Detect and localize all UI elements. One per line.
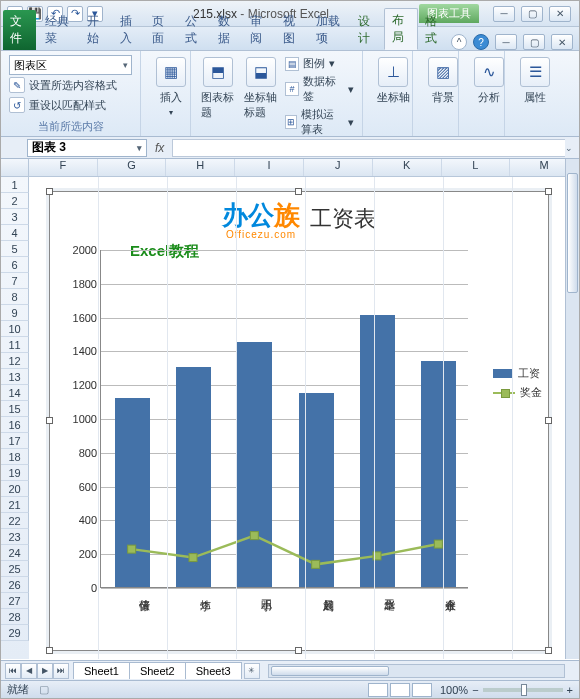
restore-button[interactable]: ▢ [521,6,543,22]
chart-element-selector[interactable]: 图表区 [9,55,132,75]
row-header[interactable]: 17 [1,433,29,449]
row-header[interactable]: 22 [1,513,29,529]
tab-file[interactable]: 文件 [3,10,36,50]
col-header[interactable]: J [304,159,373,176]
reset-style-button[interactable]: ↺重设以匹配样式 [9,95,132,115]
format-selection-button[interactable]: ✎设置所选内容格式 [9,75,132,95]
resize-handle[interactable] [295,188,302,195]
legend-button[interactable]: ▤图例 ▾ [285,55,354,72]
fx-icon[interactable]: fx [155,141,164,155]
tab-insert[interactable]: 插入 [113,10,146,50]
sheet-tab[interactable]: Sheet2 [129,662,186,679]
macro-record-icon[interactable]: ▢ [39,683,49,696]
resize-handle[interactable] [545,417,552,424]
select-all-corner[interactable] [1,159,29,176]
line-series[interactable] [101,250,469,588]
data-table-button[interactable]: ⊞模拟运算表 ▾ [285,106,354,138]
tab-design[interactable]: 设计 [351,10,384,50]
page-break-view-button[interactable] [412,683,432,697]
minimize-button[interactable]: ─ [493,6,515,22]
row-header[interactable]: 3 [1,209,29,225]
sheet-nav-last[interactable]: ⏭ [53,663,69,679]
row-header[interactable]: 7 [1,273,29,289]
tab-classic[interactable]: 经典菜 [38,10,80,50]
row-header[interactable]: 14 [1,385,29,401]
col-header[interactable]: L [442,159,511,176]
row-header[interactable]: 9 [1,305,29,321]
col-header[interactable]: G [98,159,167,176]
horizontal-scrollbar[interactable] [268,664,565,678]
row-header[interactable]: 5 [1,241,29,257]
row-header[interactable]: 20 [1,481,29,497]
row-header[interactable]: 28 [1,609,29,625]
resize-handle[interactable] [545,188,552,195]
zoom-in-button[interactable]: + [567,684,573,696]
row-header[interactable]: 18 [1,449,29,465]
row-header[interactable]: 19 [1,465,29,481]
chart-legend[interactable]: 工资 奖金 [493,362,542,404]
row-header[interactable]: 8 [1,289,29,305]
row-header[interactable]: 24 [1,545,29,561]
new-sheet-button[interactable]: ✳ [244,663,260,679]
row-header[interactable]: 15 [1,401,29,417]
close-button[interactable]: ✕ [549,6,571,22]
tab-addins[interactable]: 加载项 [309,10,351,50]
scroll-thumb[interactable] [567,173,578,293]
plot-area[interactable]: 0200400600800100012001400160018002000张倩倩… [100,250,468,588]
row-header[interactable]: 2 [1,193,29,209]
tab-home[interactable]: 开始 [80,10,113,50]
row-header[interactable]: 25 [1,561,29,577]
row-header[interactable]: 26 [1,577,29,593]
tab-view[interactable]: 视图 [276,10,309,50]
row-header[interactable]: 1 [1,177,29,193]
tab-formulas[interactable]: 公式 [178,10,211,50]
row-header[interactable]: 23 [1,529,29,545]
row-header[interactable]: 16 [1,417,29,433]
row-header[interactable]: 29 [1,625,29,641]
data-labels-button[interactable]: #数据标签 ▾ [285,73,354,105]
sheet-tab[interactable]: Sheet3 [185,662,242,679]
name-box[interactable]: 图表 3▾ [27,139,147,157]
resize-handle[interactable] [295,647,302,654]
minimize-ribbon-icon[interactable]: ^ [451,34,467,50]
sheet-nav-first[interactable]: ⏮ [5,663,21,679]
sheet-tab[interactable]: Sheet1 [73,662,130,679]
workbook-restore[interactable]: ▢ [523,34,545,50]
workbook-minimize[interactable]: ─ [495,34,517,50]
scroll-thumb[interactable] [271,666,389,676]
chart-title[interactable]: 工资表 [310,204,376,234]
resize-handle[interactable] [46,417,53,424]
row-header[interactable]: 11 [1,337,29,353]
workbook-close[interactable]: ✕ [551,34,573,50]
zoom-slider[interactable] [483,688,563,692]
tab-review[interactable]: 审阅 [243,10,276,50]
sheet-nav-next[interactable]: ▶ [37,663,53,679]
zoom-out-button[interactable]: − [472,684,478,696]
resize-handle[interactable] [46,188,53,195]
resize-handle[interactable] [46,647,53,654]
properties-button[interactable]: ☰属性 [513,55,557,107]
row-header[interactable]: 6 [1,257,29,273]
row-header[interactable]: 10 [1,321,29,337]
row-header[interactable]: 21 [1,497,29,513]
tab-pagelayout[interactable]: 页面 [145,10,178,50]
resize-handle[interactable] [545,647,552,654]
row-header[interactable]: 4 [1,225,29,241]
tab-format[interactable]: 格式 [418,10,451,50]
help-icon[interactable]: ? [473,34,489,50]
zoom-level[interactable]: 100% [440,684,468,696]
axes-button[interactable]: ⊥坐标轴 [371,55,415,107]
axis-title-button[interactable]: ⬓坐标轴标题 [242,55,279,138]
row-header[interactable]: 27 [1,593,29,609]
tab-data[interactable]: 数据 [211,10,244,50]
insert-button[interactable]: ▦插入▾ [149,55,193,119]
col-header[interactable]: I [235,159,304,176]
tab-layout[interactable]: 布局 [384,8,419,50]
page-layout-view-button[interactable] [390,683,410,697]
row-header[interactable]: 12 [1,353,29,369]
normal-view-button[interactable] [368,683,388,697]
vertical-scrollbar[interactable] [565,159,579,659]
col-header[interactable]: H [166,159,235,176]
chart-title-button[interactable]: ⬒图表标题 [199,55,236,138]
formula-input[interactable] [172,139,565,157]
